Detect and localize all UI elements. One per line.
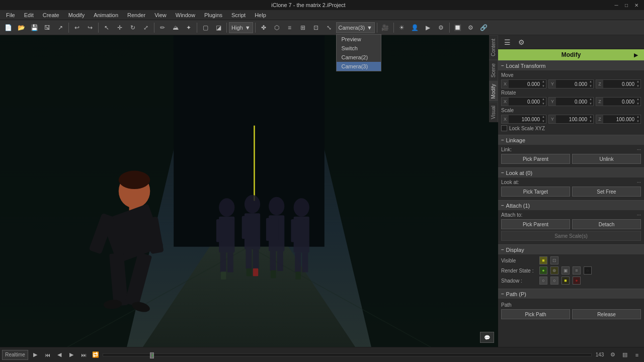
menu-item-script[interactable]: Script bbox=[227, 11, 250, 19]
timeline-track[interactable] bbox=[103, 353, 592, 356]
menu-item-view[interactable]: View bbox=[150, 11, 171, 19]
menu-item-plugins[interactable]: Plugins bbox=[200, 11, 226, 19]
quality-dropdown[interactable]: High ▼ bbox=[229, 22, 253, 33]
menu-item-help[interactable]: Help bbox=[251, 11, 270, 19]
export-button[interactable]: ↗ bbox=[54, 22, 66, 34]
play-button[interactable]: ▶ bbox=[30, 350, 40, 360]
scale-z-field[interactable]: Z 100.000 ▲ ▼ bbox=[596, 115, 641, 124]
render3-btn[interactable]: 🔗 bbox=[478, 22, 490, 34]
realtime-button[interactable]: Realtime bbox=[2, 350, 28, 360]
align-button[interactable]: ≡ bbox=[284, 22, 296, 34]
next-frame-button[interactable]: ▶ bbox=[66, 350, 76, 360]
save-button[interactable]: 💾 bbox=[28, 22, 40, 34]
scale-x-arrows[interactable]: ▲ ▼ bbox=[541, 115, 546, 124]
side-tab-modify[interactable]: Modify bbox=[489, 80, 498, 102]
terrain-button[interactable]: ⛰ bbox=[170, 22, 182, 34]
lock-scale-checkbox[interactable] bbox=[501, 125, 507, 131]
shadow-icon-4[interactable]: ● bbox=[573, 277, 581, 285]
char-button[interactable]: 👤 bbox=[409, 22, 421, 34]
scale-button[interactable]: ⤢ bbox=[140, 22, 152, 34]
rotate-y-arrows[interactable]: ▲ ▼ bbox=[588, 97, 593, 106]
render-icon-2[interactable]: ⊕ bbox=[550, 266, 558, 275]
view2-button[interactable]: ◪ bbox=[212, 22, 224, 34]
path-header[interactable]: – Path (P) bbox=[498, 289, 644, 299]
camera-dropdown[interactable]: Camera(3) ▼ bbox=[336, 22, 375, 33]
camera-option-2[interactable]: Camera(2) bbox=[337, 53, 381, 62]
pick-target-button[interactable]: Pick Target bbox=[501, 187, 570, 197]
pick-path-button[interactable]: Pick Path bbox=[501, 309, 570, 319]
move-y-arrows[interactable]: ▲ ▼ bbox=[588, 79, 593, 88]
release-button[interactable]: Release bbox=[572, 309, 641, 319]
timeline-settings-button[interactable]: ⚙ bbox=[608, 350, 618, 360]
menu-item-create[interactable]: Create bbox=[39, 11, 63, 19]
same-scale-button[interactable]: Same Scale(s) bbox=[501, 231, 641, 241]
maximize-button[interactable]: □ bbox=[623, 2, 630, 9]
select-button[interactable]: ↖ bbox=[101, 22, 113, 34]
prev-key-button[interactable]: ⏮ bbox=[42, 350, 52, 360]
move-y-field[interactable]: Y 0.000 ▲ ▼ bbox=[548, 79, 594, 88]
new-button[interactable]: 📄 bbox=[2, 22, 14, 34]
side-tab-scene[interactable]: Scene bbox=[489, 60, 498, 80]
record-button[interactable]: 🎥 bbox=[379, 22, 391, 34]
shadow-icon-1[interactable]: ○ bbox=[539, 277, 547, 285]
render-btn[interactable]: 🔲 bbox=[452, 22, 464, 34]
tb-btn-10[interactable]: ⊡ bbox=[310, 22, 322, 34]
detach-button[interactable]: Detach bbox=[572, 219, 641, 229]
modify-icon-1[interactable]: ▶ bbox=[630, 49, 642, 61]
pick-parent-button[interactable]: Pick Parent bbox=[501, 154, 570, 164]
light-button[interactable]: ☀ bbox=[396, 22, 408, 34]
undo-button[interactable]: ↩ bbox=[71, 22, 83, 34]
attach-header[interactable]: – Attach (1) bbox=[498, 200, 644, 210]
pick-parent-attach-button[interactable]: Pick Parent bbox=[501, 219, 570, 229]
visible-icon-2[interactable]: ⊡ bbox=[550, 256, 558, 264]
move-z-arrows[interactable]: ▲ ▼ bbox=[635, 79, 640, 88]
render-icon-5[interactable]: ○ bbox=[584, 266, 592, 275]
rotate-z-field[interactable]: Z 0.000 ▲ ▼ bbox=[596, 97, 641, 106]
timeline-expand-button[interactable]: ≡ bbox=[632, 350, 642, 360]
look-at-dots-menu[interactable]: ··· bbox=[637, 179, 641, 185]
display-header[interactable]: – Display bbox=[498, 244, 644, 254]
camera-option-preview[interactable]: Preview bbox=[337, 35, 381, 44]
scale-x-field[interactable]: X 100.000 ▲ ▼ bbox=[501, 115, 546, 124]
panel-gear-icon[interactable]: ⚙ bbox=[515, 36, 527, 48]
redo-button[interactable]: ↪ bbox=[84, 22, 96, 34]
rotate-button[interactable]: ↻ bbox=[127, 22, 139, 34]
menu-item-animation[interactable]: Animation bbox=[90, 11, 122, 19]
chat-button[interactable]: 💬 bbox=[480, 332, 494, 343]
paint-button[interactable]: ✏ bbox=[156, 22, 169, 34]
next-key-button[interactable]: ⏭ bbox=[78, 350, 89, 360]
menu-item-window[interactable]: Window bbox=[172, 11, 199, 19]
menu-item-edit[interactable]: Edit bbox=[20, 11, 38, 19]
linkage-header[interactable]: – Linkage bbox=[498, 135, 644, 145]
timeline-layout-button[interactable]: ▤ bbox=[620, 350, 630, 360]
setting-button[interactable]: ⚙ bbox=[435, 22, 447, 34]
render-icon-1[interactable]: ● bbox=[539, 266, 547, 275]
visible-icon-1[interactable]: ■ bbox=[539, 256, 547, 264]
open-button[interactable]: 📂 bbox=[15, 22, 27, 34]
view1-button[interactable]: ▢ bbox=[199, 22, 211, 34]
render2-btn[interactable]: ⚙ bbox=[465, 22, 477, 34]
grid-button[interactable]: ⬡ bbox=[271, 22, 283, 34]
unlink-button[interactable]: Unlink bbox=[572, 154, 641, 164]
attach-dots-menu[interactable]: ··· bbox=[637, 212, 641, 218]
rotate-x-field[interactable]: X 0.000 ▲ ▼ bbox=[501, 97, 546, 106]
tb-btn-11[interactable]: ⤡ bbox=[323, 22, 335, 34]
anim-button[interactable]: ▶ bbox=[422, 22, 434, 34]
save-as-button[interactable]: 🖫 bbox=[41, 22, 53, 34]
render-icon-4[interactable]: ≡ bbox=[573, 266, 581, 275]
rotate-x-arrows[interactable]: ▲ ▼ bbox=[541, 97, 546, 106]
scale-y-arrows[interactable]: ▲ ▼ bbox=[588, 115, 593, 124]
shadow-icon-2[interactable]: ○ bbox=[550, 277, 558, 285]
side-tab-visual[interactable]: Visual bbox=[489, 102, 498, 122]
set-free-button[interactable]: Set Free bbox=[572, 187, 641, 197]
scale-y-field[interactable]: Y 100.000 ▲ ▼ bbox=[548, 115, 594, 124]
side-tab-content[interactable]: Content bbox=[489, 35, 498, 60]
camera-option-3[interactable]: Camera(3) bbox=[337, 62, 381, 71]
scale-z-arrows[interactable]: ▲ ▼ bbox=[635, 115, 640, 124]
shadow-icon-3[interactable]: ■ bbox=[561, 277, 570, 285]
menu-item-modify[interactable]: Modify bbox=[64, 11, 89, 19]
camera-option-switch[interactable]: Switch bbox=[337, 44, 381, 53]
move-x-arrows[interactable]: ▲ ▼ bbox=[541, 79, 546, 88]
move-x-field[interactable]: X 0.000 ▲ ▼ bbox=[501, 79, 546, 88]
tb-btn-9[interactable]: ⊞ bbox=[297, 22, 309, 34]
